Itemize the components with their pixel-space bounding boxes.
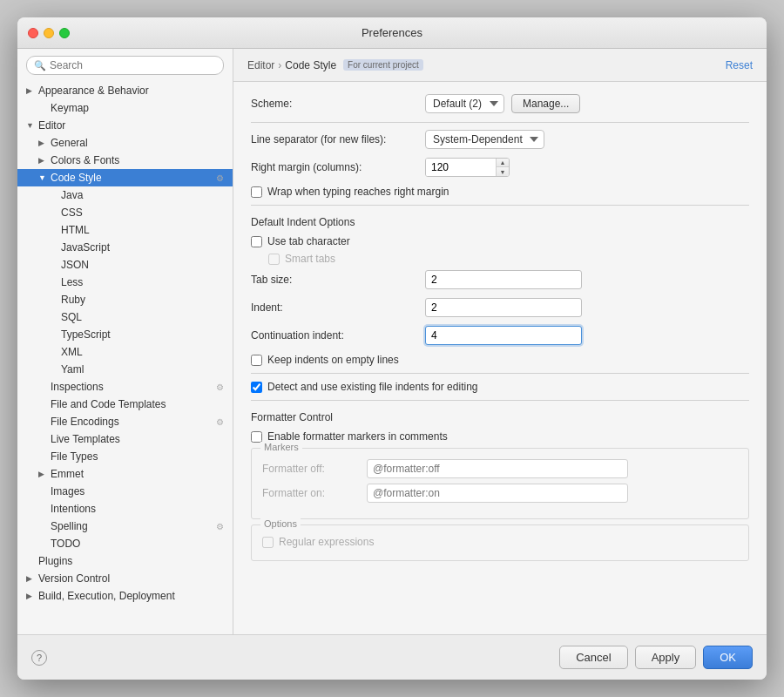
sidebar-item-label: Appearance & Behavior <box>38 85 149 97</box>
sidebar-item-label: XML <box>61 346 83 358</box>
sidebar-item-css[interactable]: CSS <box>17 204 233 221</box>
breadcrumb-separator: › <box>278 59 281 71</box>
panel-header: Editor › Code Style For current project … <box>233 49 767 82</box>
sidebar-item-less[interactable]: Less <box>17 274 233 291</box>
sidebar-item-label: JavaScript <box>61 241 110 254</box>
continuation-input[interactable] <box>425 326 582 345</box>
scheme-select[interactable]: Default (2) <box>425 94 504 113</box>
ok-button[interactable]: OK <box>703 646 753 669</box>
sidebar-item-label: Inspections <box>51 381 104 393</box>
line-separator-row: Line separator (for new files): System-D… <box>251 130 749 149</box>
wrap-row: Wrap when typing reaches right margin <box>251 186 749 198</box>
traffic-lights <box>28 28 70 38</box>
search-input[interactable] <box>50 59 216 71</box>
sidebar-item-label: Java <box>61 189 83 201</box>
formatter-on-input[interactable] <box>367 484 628 503</box>
sidebar-item-file-code-templates[interactable]: File and Code Templates <box>17 396 233 413</box>
arrow-icon: ▶ <box>26 592 37 600</box>
continuation-row: Continuation indent: <box>251 326 749 345</box>
sidebar: 🔍 ▶ Appearance & Behavior Keymap ▼ Edito… <box>17 49 233 634</box>
arrow-icon: ▶ <box>38 139 49 147</box>
search-box[interactable]: 🔍 <box>26 56 224 75</box>
arrow-icon: ▶ <box>38 470 49 478</box>
sidebar-item-colors-fonts[interactable]: ▶ Colors & Fonts <box>17 152 233 169</box>
indent-input[interactable] <box>425 298 582 317</box>
sidebar-item-build-exec[interactable]: ▶ Build, Execution, Deployment <box>17 587 233 605</box>
sidebar-item-typescript[interactable]: TypeScript <box>17 326 233 343</box>
sidebar-item-inspections[interactable]: Inspections ⚙ <box>17 378 233 396</box>
sidebar-item-general[interactable]: ▶ General <box>17 134 233 152</box>
enable-formatter-checkbox[interactable] <box>251 431 262 443</box>
sidebar-item-plugins[interactable]: Plugins <box>17 552 233 570</box>
breadcrumb: Editor › Code Style For current project <box>247 59 423 71</box>
divider-4 <box>251 400 749 401</box>
bottom-bar: ? Cancel Apply OK <box>17 634 767 680</box>
line-separator-select[interactable]: System-Dependent <box>425 130 544 149</box>
scheme-row: Scheme: Default (2) Manage... <box>251 94 749 113</box>
window-title: Preferences <box>362 26 422 39</box>
sidebar-item-todo[interactable]: TODO <box>17 535 233 552</box>
sidebar-item-label: Images <box>51 485 84 497</box>
apply-button[interactable]: Apply <box>635 646 697 669</box>
sidebar-item-keymap[interactable]: Keymap <box>17 99 233 117</box>
formatter-control-header: Formatter Control <box>251 411 749 423</box>
sidebar-item-appearance[interactable]: ▶ Appearance & Behavior <box>17 82 233 99</box>
regular-expressions-checkbox[interactable] <box>262 537 274 548</box>
close-button[interactable] <box>28 28 38 38</box>
enable-formatter-label: Enable formatter markers in comments <box>267 430 448 443</box>
tab-size-input[interactable] <box>425 270 582 289</box>
right-margin-input[interactable] <box>426 159 496 176</box>
sidebar-item-label: Editor <box>38 119 65 132</box>
sidebar-item-code-style[interactable]: ▼ Code Style ⚙ <box>17 169 233 186</box>
sidebar-item-version-control[interactable]: ▶ Version Control <box>17 570 233 587</box>
sidebar-item-file-types[interactable]: File Types <box>17 448 233 465</box>
formatter-off-row: Formatter off: <box>262 459 738 478</box>
breadcrumb-current: Code Style <box>285 59 336 71</box>
maximize-button[interactable] <box>59 28 70 38</box>
minimize-button[interactable] <box>44 28 54 38</box>
sidebar-item-label: Yaml <box>61 363 84 376</box>
tab-size-label: Tab size: <box>251 274 425 286</box>
gear-icon: ⚙ <box>216 522 224 531</box>
sidebar-item-yaml[interactable]: Yaml <box>17 361 233 378</box>
reset-link[interactable]: Reset <box>726 59 753 71</box>
detect-indents-checkbox[interactable] <box>251 382 262 393</box>
sidebar-item-label: General <box>51 137 88 149</box>
sidebar-item-json[interactable]: JSON <box>17 256 233 274</box>
wrap-checkbox[interactable] <box>251 186 262 198</box>
sidebar-item-live-templates[interactable]: Live Templates <box>17 430 233 448</box>
arrow-icon: ▼ <box>38 173 49 182</box>
sidebar-item-spelling[interactable]: Spelling ⚙ <box>17 518 233 535</box>
formatter-off-input[interactable] <box>367 459 628 478</box>
sidebar-item-label: File and Code Templates <box>51 398 166 410</box>
indent-label: Indent: <box>251 301 425 314</box>
manage-button[interactable]: Manage... <box>511 94 580 113</box>
sidebar-item-editor[interactable]: ▼ Editor <box>17 117 233 134</box>
sidebar-item-java[interactable]: Java <box>17 186 233 204</box>
cancel-button[interactable]: Cancel <box>559 646 627 669</box>
sidebar-item-html[interactable]: HTML <box>17 221 233 239</box>
sidebar-item-emmet[interactable]: ▶ Emmet <box>17 465 233 483</box>
use-tab-checkbox[interactable] <box>251 236 262 247</box>
sidebar-item-label: File Types <box>51 450 98 463</box>
spinner-down[interactable]: ▼ <box>497 167 509 176</box>
sidebar-item-ruby[interactable]: Ruby <box>17 291 233 308</box>
gear-icon: ⚙ <box>216 417 224 427</box>
smart-tabs-checkbox[interactable] <box>268 254 280 265</box>
sidebar-item-label: Live Templates <box>51 433 120 445</box>
sidebar-item-images[interactable]: Images <box>17 483 233 500</box>
regular-expressions-label: Regular expressions <box>279 536 374 548</box>
help-button[interactable]: ? <box>31 650 47 666</box>
scheme-label: Scheme: <box>251 98 425 110</box>
sidebar-item-javascript[interactable]: JavaScript <box>17 239 233 256</box>
sidebar-item-label: HTML <box>61 224 90 236</box>
sidebar-item-file-encodings[interactable]: File Encodings ⚙ <box>17 413 233 430</box>
sidebar-item-label: Keymap <box>51 102 89 114</box>
sidebar-item-intentions[interactable]: Intentions <box>17 500 233 518</box>
tab-size-row: Tab size: <box>251 270 749 289</box>
sidebar-item-xml[interactable]: XML <box>17 343 233 361</box>
gear-icon: ⚙ <box>216 382 224 392</box>
spinner-up[interactable]: ▲ <box>497 159 509 167</box>
keep-indents-checkbox[interactable] <box>251 355 262 366</box>
sidebar-item-sql[interactable]: SQL <box>17 308 233 326</box>
